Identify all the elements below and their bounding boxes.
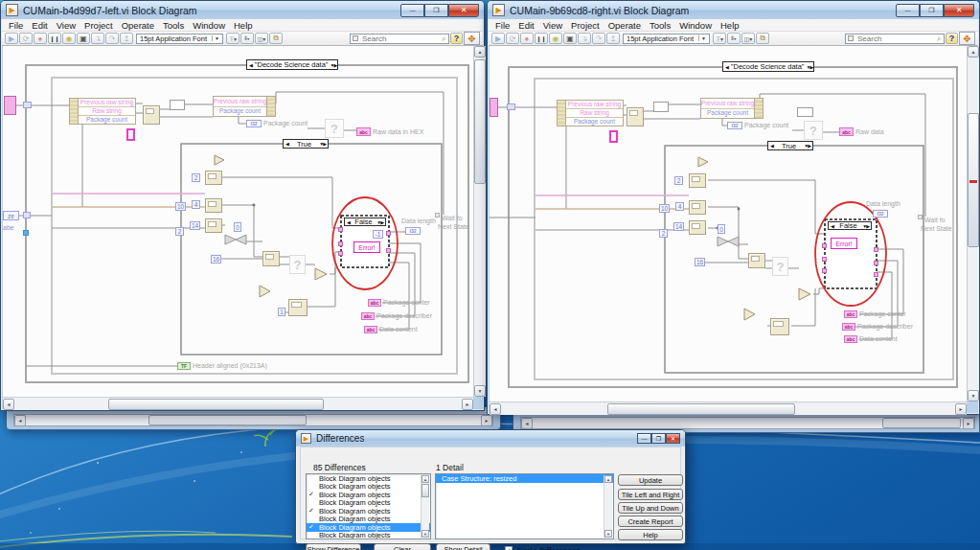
minimize-button[interactable]: —	[637, 433, 651, 444]
constant-2[interactable]: 2	[192, 173, 200, 182]
create-report-button[interactable]: Create Report	[618, 516, 683, 527]
diff-row[interactable]: Block Diagram objects	[307, 499, 430, 508]
constant-1[interactable]: 1	[278, 308, 285, 316]
string-indicator-icon[interactable]: abc	[361, 312, 375, 320]
string-length-node[interactable]	[170, 100, 185, 110]
false-case-selector[interactable]: False	[828, 221, 872, 230]
case-tunnel[interactable]	[822, 243, 827, 248]
window-left-titlebar[interactable]: CUMain-b4d99d7-left.vi Block Diagram	[1, 1, 484, 19]
menu-view[interactable]: View	[539, 20, 566, 31]
run-button[interactable]	[5, 33, 18, 44]
package-center-label[interactable]: Package conter	[859, 310, 906, 318]
clear-button[interactable]: Clear	[374, 543, 431, 550]
circle-differences-label[interactable]: Circle Differences	[516, 546, 581, 550]
i32-indicator-icon[interactable]: I32	[873, 210, 888, 218]
retain-wire-values-button[interactable]	[77, 33, 90, 44]
constant-14[interactable]: 14	[673, 222, 684, 231]
i32-indicator-icon[interactable]: I32	[246, 120, 262, 127]
case-tunnel[interactable]	[338, 227, 343, 232]
diff-row[interactable]: ✓Block Diagram objects	[307, 507, 430, 516]
align-objects-button[interactable]	[226, 33, 239, 44]
string-subset-node[interactable]	[689, 173, 706, 188]
case-tunnel[interactable]	[386, 231, 391, 236]
package-describer-label[interactable]: Package describer	[376, 312, 432, 320]
constant-10[interactable]: 10	[175, 202, 186, 211]
package-count-label[interactable]: Package count	[744, 122, 788, 129]
detail-row-selected[interactable]: Case Structure: resized	[436, 474, 613, 483]
diff-row[interactable]: ✓Block Diagram objects	[307, 491, 430, 499]
case-tunnel[interactable]	[338, 251, 343, 256]
menu-operate[interactable]: Operate	[604, 20, 645, 31]
string-indicator-icon[interactable]: abc	[356, 127, 371, 136]
header-aligned-label[interactable]: Header aligned (0x213A)	[193, 362, 267, 370]
constant-10[interactable]: 10	[659, 204, 670, 213]
case-tunnel[interactable]	[386, 248, 391, 253]
string-indicator-icon[interactable]: abc	[364, 326, 377, 333]
constant-4[interactable]: 4	[192, 200, 200, 209]
wait-node-partial[interactable]	[435, 213, 440, 218]
window-right-hscrollbar[interactable]: ◄►	[490, 401, 967, 415]
constant-0[interactable]: 0	[718, 224, 725, 234]
diff-row[interactable]: Block Diagram objects	[307, 483, 430, 492]
background-left-hscrollbar[interactable]: ◄►	[13, 414, 493, 426]
tile-up-down-button[interactable]: Tile Up and Down	[618, 502, 683, 514]
string-subset-node[interactable]	[205, 171, 222, 185]
menu-help[interactable]: Help	[230, 20, 257, 31]
window-left-vscrollbar[interactable]: ▲▼	[473, 46, 486, 397]
string-indicator-icon[interactable]: abc	[368, 299, 381, 307]
data-length-label[interactable]: Data length	[866, 200, 900, 208]
constant-2b[interactable]: 2	[175, 227, 184, 236]
close-button[interactable]: ✕	[666, 433, 680, 444]
detail-list[interactable]: Case Structure: resized ▲▼	[435, 473, 614, 539]
true-case-selector[interactable]: True	[283, 139, 329, 149]
string-subset-node[interactable]	[689, 220, 706, 235]
diff-row[interactable]: Block Diagram objects	[307, 532, 430, 540]
string-subset-node[interactable]	[205, 198, 222, 213]
data-length-label[interactable]: Data length	[401, 218, 436, 225]
menu-tools[interactable]: Tools	[159, 20, 188, 31]
menu-view[interactable]: View	[53, 20, 80, 31]
background-right-hscrollbar[interactable]: ◄►	[520, 417, 975, 429]
context-help-button[interactable]: ?	[450, 33, 463, 44]
step-into-button[interactable]	[578, 33, 591, 44]
concatenate-strings-node[interactable]	[627, 107, 644, 126]
tunnel[interactable]	[507, 103, 515, 110]
menu-window[interactable]: Window	[189, 20, 229, 31]
search-input[interactable]	[360, 34, 440, 44]
constant-16[interactable]: 16	[695, 258, 705, 266]
tunnel[interactable]	[23, 102, 32, 108]
package-describer-label[interactable]: Package describer	[857, 323, 913, 331]
small-node[interactable]	[797, 107, 813, 117]
empty-string-constant[interactable]	[609, 130, 618, 143]
run-continuous-button[interactable]	[19, 33, 33, 44]
navigation-tool-icon[interactable]	[464, 32, 480, 45]
font-selector[interactable]: 15pt Application Font▼	[623, 34, 710, 44]
minimize-button[interactable]	[896, 4, 920, 17]
menu-edit[interactable]: Edit	[514, 20, 537, 31]
step-out-button[interactable]	[120, 33, 133, 44]
type-cast-node[interactable]	[748, 253, 765, 268]
menu-file[interactable]: File	[5, 20, 27, 31]
constant-16[interactable]: 16	[211, 255, 221, 264]
abort-button[interactable]	[520, 33, 534, 44]
reorder-button[interactable]	[269, 33, 283, 44]
run-button[interactable]	[491, 33, 505, 44]
show-difference-button[interactable]: Show Difference	[306, 543, 361, 550]
case-tunnel[interactable]	[874, 261, 878, 265]
context-help-button[interactable]: ?	[946, 33, 958, 44]
i32-indicator-icon[interactable]: I32	[727, 122, 742, 129]
bundle-node[interactable]: Previous raw string Package count	[700, 98, 763, 119]
case-tunnel[interactable]	[874, 247, 878, 252]
diff-row[interactable]: Block Diagram objects	[307, 516, 430, 524]
boolean-indicator-icon[interactable]: TF	[177, 362, 191, 370]
string-indicator-icon[interactable]: abc	[839, 127, 854, 136]
menu-edit[interactable]: Edit	[28, 20, 51, 31]
help-button[interactable]: Help	[618, 529, 683, 540]
detail-list-scrollbar[interactable]: ▲▼	[604, 475, 612, 538]
differences-titlebar[interactable]: Differences — ❐ ✕	[296, 430, 685, 447]
search-box[interactable]	[845, 34, 945, 44]
window-right-vscrollbar[interactable]: ▲▼	[967, 46, 979, 401]
case-tunnel[interactable]	[874, 272, 878, 277]
distribute-objects-button[interactable]	[240, 33, 254, 44]
step-over-button[interactable]	[105, 33, 119, 44]
